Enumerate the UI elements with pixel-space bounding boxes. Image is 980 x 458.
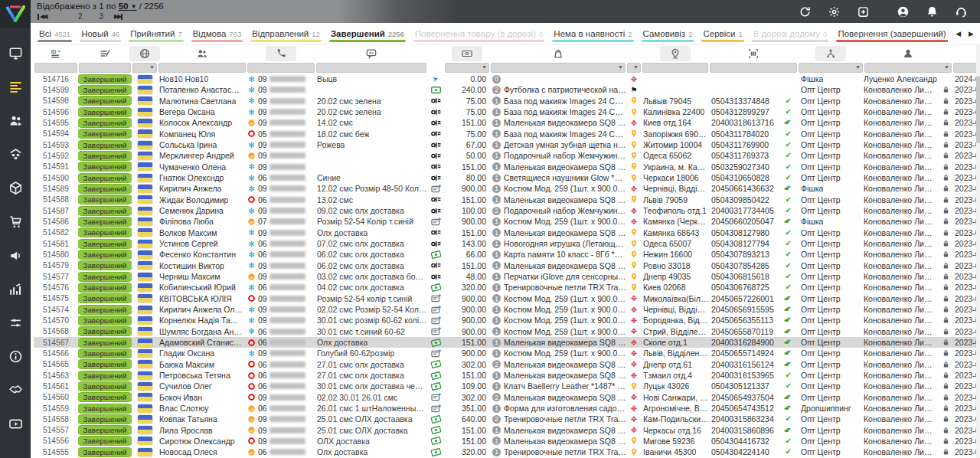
column-header-carrier[interactable] xyxy=(626,45,642,62)
column-header-country[interactable] xyxy=(132,45,158,62)
notifications-button[interactable] xyxy=(926,5,939,18)
table-row[interactable]: 514588ЗавершенийЖидак Володимир0613.02 с… xyxy=(34,195,980,205)
tab-12[interactable]: Повернення (завершений)125 xyxy=(832,23,964,44)
table-row[interactable]: 514561ЗавершенийСучилов Олег0630.01 смс … xyxy=(34,381,980,391)
tab-1[interactable]: Всі4521 xyxy=(34,23,76,44)
filter-status-input[interactable] xyxy=(79,63,131,73)
table-row[interactable]: 514568ЗавершенийШумляс Богдана Ан…✻0630.… xyxy=(34,326,980,337)
tab-4[interactable]: Відмова763 xyxy=(188,23,247,44)
table-row[interactable]: 514556ЗавершенийСиротюк Олександр09ОЛХ д… xyxy=(34,436,980,447)
scrollbar-thumb[interactable] xyxy=(976,76,980,143)
column-header-product[interactable] xyxy=(490,45,626,62)
column-header-id[interactable]: ID xyxy=(34,45,78,62)
products-icon[interactable] xyxy=(8,181,23,195)
tab-7[interactable]: Повернення товару (в дорозі)0 xyxy=(410,23,548,44)
tab-11[interactable]: В дорозі додому0 xyxy=(748,23,833,44)
column-header-ttn[interactable] xyxy=(709,45,798,62)
column-header-comment[interactable] xyxy=(315,45,427,62)
filter-id-input[interactable] xyxy=(34,63,77,73)
last-page-button[interactable]: ▶▶ xyxy=(114,13,123,20)
tab-6[interactable]: Завершений2256 xyxy=(325,23,410,44)
table-row[interactable]: 514599ЗавершенийПотапенко Анастас…✻09240… xyxy=(34,84,980,95)
tutorials-icon[interactable] xyxy=(8,417,23,431)
page-size-dropdown[interactable]: 50 ▼ xyxy=(119,2,137,11)
table-row[interactable]: 514593ЗавершенийСольська Ірина✻09Рожева6… xyxy=(34,139,980,150)
column-header-pay[interactable] xyxy=(427,45,444,62)
filter-product-input[interactable]: ▼ xyxy=(491,63,626,73)
table-row[interactable]: 514557ЗавершенийЛила Ярослав0925.01 смс … xyxy=(34,425,980,436)
column-header-city[interactable] xyxy=(642,45,709,62)
table-row[interactable]: 514591ЗавершенийЧумаченко Олена✻09151.00… xyxy=(34,162,980,172)
procurement-icon[interactable] xyxy=(8,214,23,229)
column-header-price[interactable] xyxy=(444,45,490,62)
column-header-phone[interactable] xyxy=(247,45,315,62)
first-page-button[interactable]: ◀◀ xyxy=(37,13,46,20)
table-row[interactable]: 514566ЗавершенийГладик Оксана✻09Голубий … xyxy=(34,348,980,358)
table-row[interactable]: 514716ЗавершенийНов10 Нов10✻09Выцв➤0.000… xyxy=(34,74,980,84)
column-header-fulfillment[interactable] xyxy=(798,45,864,62)
marketing-icon[interactable] xyxy=(8,248,23,263)
table-row[interactable]: 514590ЗавершенийГнатюк Олексндр✻06Синие8… xyxy=(34,172,980,183)
table-row[interactable]: 514579ЗавершенийКостишин Виктор✻0906.02 … xyxy=(34,260,980,271)
warehouse-icon[interactable] xyxy=(8,147,23,162)
table-row[interactable]: 514555ЗавершенийНовосад Олеся06Олх доста… xyxy=(34,447,980,457)
page-3-button[interactable]: 3 xyxy=(99,12,103,21)
table-row[interactable]: 514587ЗавершенийСеменюк Дарина✻0909.02 с… xyxy=(34,205,980,216)
add-order-button[interactable] xyxy=(857,5,870,18)
support-button[interactable] xyxy=(955,5,968,18)
table-row[interactable]: 514577ЗавершенийЧерниш Максим0903.02 смс… xyxy=(34,271,980,282)
filter-comment-input[interactable] xyxy=(316,63,426,73)
tabs-scroll-left[interactable]: ◀ xyxy=(956,30,961,38)
column-header-status[interactable] xyxy=(78,45,132,62)
tab-3[interactable]: Прийнятий7 xyxy=(125,23,188,44)
table-row[interactable]: 514558ЗавершенийКовпак Татьяна0925.01 см… xyxy=(34,414,980,424)
tab-10[interactable]: Сервіси1 xyxy=(697,23,747,44)
filter-carrier-input[interactable]: ▼ xyxy=(627,63,641,73)
table-row[interactable]: 514596ЗавершенийВегера Оксана✻0920.02 см… xyxy=(34,106,980,117)
tab-5[interactable]: Відправлений12 xyxy=(247,23,325,44)
reports-icon[interactable] xyxy=(8,282,23,296)
filter-client-input[interactable] xyxy=(158,63,246,73)
tabs-scroll-right[interactable]: ▶ xyxy=(969,30,974,38)
table-row[interactable]: 514560ЗавершенийБокоч Иван0902.02 30.01 … xyxy=(34,392,980,403)
filter-fulfillment-input[interactable]: ▼ xyxy=(799,63,863,73)
orders-icon[interactable] xyxy=(8,80,23,94)
tab-9[interactable]: Самовивіз2 xyxy=(638,23,698,44)
table-row[interactable]: 514576ЗавершенийКобилинський Юрий✻0604.0… xyxy=(34,282,980,293)
filter-ttn-input[interactable] xyxy=(710,63,797,73)
filter-manager-input[interactable]: ▼ xyxy=(864,63,952,73)
account-button[interactable] xyxy=(897,5,910,18)
tab-2[interactable]: Новый46 xyxy=(76,23,125,44)
table-row[interactable]: 514575ЗавершенийКВІТОВСЬКА ЮЛІЯ09Розмір … xyxy=(34,293,980,304)
table-row[interactable]: 514565ЗавершенийБаюка Максим0627.01 смс … xyxy=(34,359,980,370)
table-row[interactable]: 514592ЗавершенийМерклингер Андрей0950.00… xyxy=(34,150,980,161)
table-row[interactable]: 514559ЗавершенийВлас Слотюу0626.01 смс 1… xyxy=(34,403,980,414)
table-row[interactable]: 514574ЗавершенийКирилич Анжела Ол…✻0902.… xyxy=(34,304,980,315)
table-row[interactable]: 514570ЗавершенийКорнелюк Надія Та…✻0930.… xyxy=(34,315,980,326)
app-logo[interactable] xyxy=(0,0,31,28)
table-row[interactable]: 514580ЗавершенийФесенко Константин✻0606.… xyxy=(34,249,980,260)
page-2-button[interactable]: 2 xyxy=(78,12,83,21)
partners-icon[interactable] xyxy=(8,383,23,397)
info-icon[interactable] xyxy=(8,349,23,364)
table-row[interactable]: 514594ЗавершенийКомпанец Юля0518.02 смс … xyxy=(34,129,980,139)
filter-date-input[interactable] xyxy=(953,63,979,73)
table-row[interactable]: 514595ЗавершенийКолосок Александр0914.02… xyxy=(34,117,980,128)
table-row[interactable]: 514563ЗавершенийПетровська Тетяна0627.01… xyxy=(34,370,980,381)
filter-country-input[interactable]: ▼ xyxy=(132,63,157,73)
table-row[interactable]: 514581ЗавершенийУстинов Сергей✻0607.02 с… xyxy=(34,238,980,249)
settings-sliders-icon[interactable] xyxy=(8,316,23,330)
filter-city-input[interactable] xyxy=(642,63,708,73)
page-1-button[interactable]: 1 xyxy=(57,12,61,21)
table-row[interactable]: 514598ЗавершенийМалютина Светлана✻0920.0… xyxy=(34,96,980,106)
vertical-scrollbar[interactable] xyxy=(976,45,980,458)
table-row[interactable]: 514567ЗавершенийАдамовский Станис…06Олх … xyxy=(34,337,980,348)
column-header-manager[interactable] xyxy=(864,45,952,62)
table-row[interactable]: 514582ЗавершенийВолков Максим✻09Олх дост… xyxy=(34,227,980,238)
clients-icon[interactable] xyxy=(8,113,23,128)
refresh-button[interactable] xyxy=(799,5,812,18)
table-row[interactable]: 514586ЗавершенийФіліпова Люба07Розмір 52… xyxy=(34,216,980,227)
column-header-client[interactable] xyxy=(158,45,247,62)
filter-phone-input[interactable] xyxy=(247,63,315,73)
table-row[interactable]: 514589ЗавершенийКирилич Анжела✻0912.02 с… xyxy=(34,183,980,194)
